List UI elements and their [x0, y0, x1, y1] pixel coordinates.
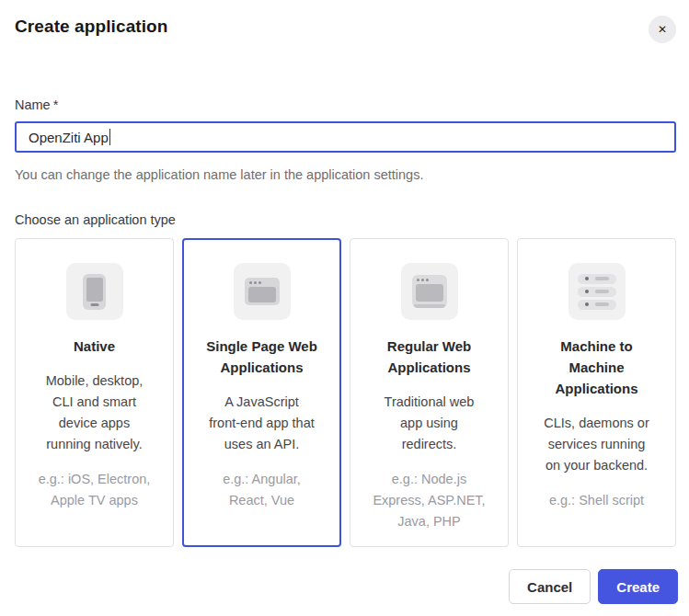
text-caret: [109, 129, 110, 145]
card-example: e.g.: Node.js Express, ASP.NET, Java, PH…: [367, 469, 491, 532]
card-description: Traditional web app using redirects.: [367, 392, 491, 455]
phone-icon: [66, 263, 123, 320]
required-marker: *: [53, 97, 59, 112]
name-helper-text: You can change the application name late…: [15, 167, 676, 182]
create-button[interactable]: Create: [598, 569, 678, 604]
card-description: Mobile, desktop, CLI and smart device ap…: [32, 371, 156, 455]
application-type-cards: Native Mobile, desktop, CLI and smart de…: [15, 238, 676, 547]
card-example: e.g.: Shell script: [534, 490, 659, 511]
application-type-section: Choose an application type Native Mobile…: [15, 212, 676, 547]
card-description: A JavaScript front-end app that uses an …: [200, 392, 324, 455]
card-example: e.g.: iOS, Electron, Apple TV apps: [32, 469, 156, 511]
name-input[interactable]: OpenZiti App: [15, 121, 676, 153]
card-description: CLIs, daemons or services running on you…: [534, 413, 659, 476]
card-example: e.g.: Angular, React, Vue: [200, 469, 324, 511]
card-machine-to-machine[interactable]: Machine to Machine Applications CLIs, da…: [517, 238, 676, 547]
card-single-page-web[interactable]: Single Page Web Applications A JavaScrip…: [182, 238, 341, 547]
close-button[interactable]: ✕: [649, 16, 676, 43]
card-title: Single Page Web Applications: [200, 336, 324, 378]
browser-window-icon: [234, 263, 291, 320]
desktop-window-icon: [401, 263, 458, 320]
card-title: Native: [32, 336, 156, 357]
name-input-value: OpenZiti App: [29, 130, 109, 145]
card-regular-web[interactable]: Regular Web Applications Traditional web…: [350, 238, 509, 547]
dialog-title: Create application: [15, 17, 168, 37]
name-field-label: Name*: [15, 97, 676, 112]
card-title: Machine to Machine Applications: [534, 336, 659, 399]
dialog-footer: Cancel Create: [509, 569, 678, 604]
card-native[interactable]: Native Mobile, desktop, CLI and smart de…: [15, 238, 174, 547]
name-field-section: Name* OpenZiti App You can change the ap…: [15, 97, 676, 182]
card-title: Regular Web Applications: [367, 336, 491, 378]
dialog-header: Create application ✕: [15, 17, 676, 43]
create-application-dialog: Create application ✕ Name* OpenZiti App …: [0, 0, 689, 547]
close-icon: ✕: [658, 23, 667, 36]
type-section-label: Choose an application type: [15, 212, 676, 227]
server-stack-icon: [568, 263, 626, 320]
cancel-button[interactable]: Cancel: [509, 569, 591, 604]
